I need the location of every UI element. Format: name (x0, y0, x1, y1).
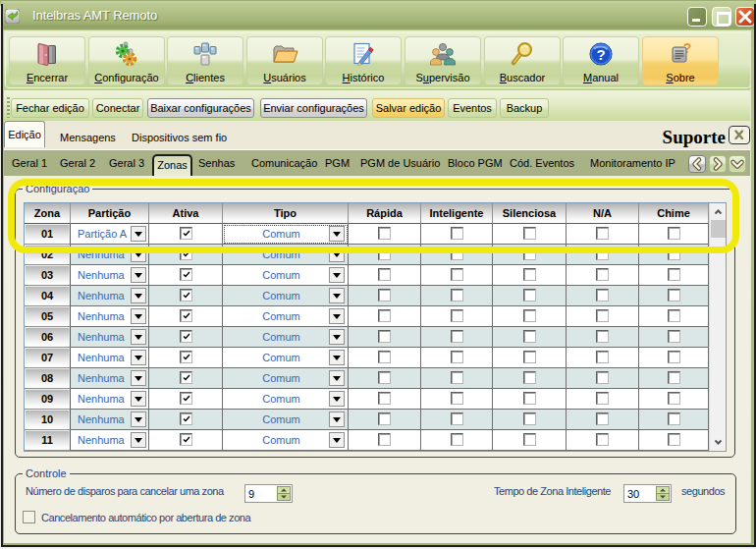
svg-text:?: ? (596, 46, 605, 63)
